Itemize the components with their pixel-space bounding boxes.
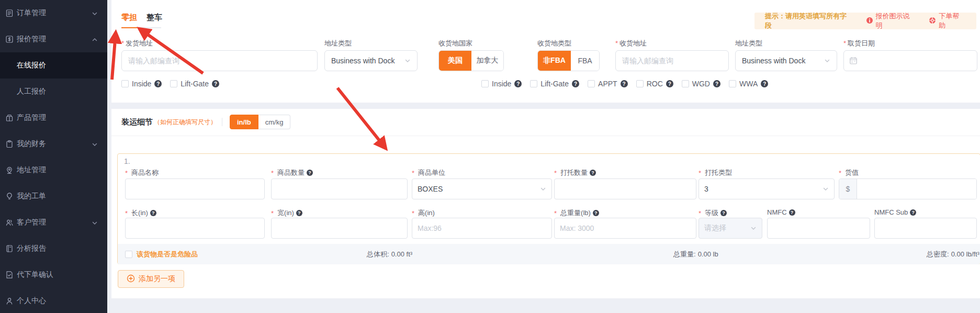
add-item-button[interactable]: 添加另一项 — [118, 270, 184, 288]
item-unit-select[interactable]: BOXES — [412, 178, 552, 199]
nmfc-sub-input[interactable] — [874, 218, 977, 239]
length-label: 长(in) — [125, 208, 156, 218]
sidebar-item-online-quote[interactable]: 在线报价 — [0, 52, 107, 79]
nmfc-label: NMFC — [767, 208, 795, 216]
total-density: 总密度:0.00 lb/ft³ — [927, 244, 979, 264]
help-icon[interactable] — [307, 170, 313, 176]
sidebar-item-order-confirm[interactable]: 代下单确认 — [0, 262, 107, 288]
sidebar-item-orders[interactable]: 订单管理 — [0, 0, 107, 26]
help-icon[interactable] — [212, 80, 219, 87]
tab-ftl[interactable]: 整车 — [147, 13, 162, 23]
pallet-type-value: 3 — [704, 185, 823, 193]
unit-imperial-button[interactable]: in/lb — [230, 115, 258, 129]
sidebar-item-quotes[interactable]: 报价管理 — [0, 26, 107, 52]
fba-button[interactable]: FBA — [571, 51, 599, 71]
inside-checkbox[interactable] — [121, 80, 129, 87]
chevron-down-icon — [823, 186, 829, 192]
help-icon[interactable] — [593, 210, 599, 216]
wwa-label: WWA — [739, 80, 758, 88]
divider — [111, 136, 980, 136]
unit-metric-button[interactable]: cm/kg — [258, 115, 291, 129]
item-unit-value: BOXES — [418, 185, 540, 193]
tip-text: 提示：请用英语填写所有字段 — [765, 12, 853, 30]
height-label: 高(in) — [412, 208, 435, 218]
help-icon[interactable] — [713, 80, 720, 87]
quote-legend-label: 报价图示说明 — [876, 12, 917, 30]
height-input[interactable] — [412, 218, 552, 239]
inside-checkbox[interactable] — [481, 80, 489, 87]
appt-checkbox[interactable] — [588, 80, 595, 87]
country-us-button[interactable]: 美国 — [439, 51, 471, 71]
sidebar-item-profile[interactable]: 个人中心 — [0, 288, 107, 313]
origin-address-input[interactable] — [121, 50, 318, 71]
info-icon — [866, 17, 873, 26]
sidebar-item-tickets[interactable]: 我的工单 — [0, 183, 107, 209]
lifebuoy-icon — [929, 17, 936, 26]
origin-type-select[interactable]: Business with Dock — [324, 50, 418, 71]
class-select[interactable]: 请选择 — [699, 218, 762, 239]
sidebar-item-addresses[interactable]: 地址管理 — [0, 157, 107, 183]
product-box-icon — [5, 114, 14, 122]
report-book-icon — [5, 244, 14, 253]
help-icon[interactable] — [910, 209, 916, 216]
liftgate-checkbox[interactable] — [170, 80, 177, 87]
dest-type-select[interactable]: Business with Dock — [735, 50, 837, 71]
wwa-checkbox[interactable] — [729, 80, 736, 87]
sidebar-item-manual-quote[interactable]: 人工报价 — [0, 79, 107, 105]
pallet-type-select[interactable]: 3 — [699, 178, 835, 199]
width-input[interactable] — [271, 218, 408, 239]
liftgate-checkbox[interactable] — [530, 80, 537, 87]
sidebar-item-reports[interactable]: 分析报告 — [0, 236, 107, 262]
calendar-icon — [849, 57, 858, 66]
help-icon[interactable] — [514, 80, 522, 87]
appt-label: APPT — [598, 80, 617, 88]
users-icon — [5, 218, 14, 227]
help-icon[interactable] — [666, 80, 673, 87]
weight-input[interactable] — [554, 218, 696, 239]
order-help-link[interactable]: 下单帮助 — [929, 12, 966, 30]
tab-active-underline — [121, 27, 137, 28]
cargo-value-input[interactable] — [857, 179, 976, 199]
size-help-link[interactable]: （如何正确填写尺寸） — [154, 118, 217, 127]
help-icon[interactable] — [296, 210, 302, 216]
help-icon[interactable] — [590, 170, 596, 176]
help-icon[interactable] — [150, 210, 156, 216]
sidebar-item-finance[interactable]: 我的财务 — [0, 131, 107, 157]
help-icon[interactable] — [720, 210, 727, 216]
pickup-date-label: 取货日期 — [843, 39, 875, 48]
origin-inside-option: Inside — [121, 80, 162, 88]
chevron-down-icon — [92, 219, 98, 228]
quote-legend-link[interactable]: 报价图示说明 — [866, 12, 917, 30]
dest-accessorials: Inside Lift-Gate APPT ROC WGD — [481, 80, 768, 88]
sidebar-item-customers[interactable]: 客户管理 — [0, 209, 107, 236]
sidebar-item-products[interactable]: 产品管理 — [0, 105, 107, 131]
tip-banner: 提示：请用英语填写所有字段 报价图示说明 下单帮助 — [754, 13, 976, 29]
non-fba-button[interactable]: 非FBA — [538, 51, 571, 71]
help-icon[interactable] — [154, 80, 162, 87]
item-name-label: 商品名称 — [125, 168, 159, 177]
sidebar-item-label: 在线报价 — [17, 61, 46, 70]
help-icon[interactable] — [789, 209, 795, 216]
hazard-checkbox[interactable] — [125, 251, 132, 258]
pickup-date-input[interactable] — [843, 50, 977, 71]
dest-address-input[interactable] — [615, 50, 729, 71]
circle-plus-icon — [127, 274, 135, 284]
help-icon[interactable] — [621, 80, 628, 87]
roc-checkbox[interactable] — [636, 80, 644, 87]
dest-appt-option: APPT — [588, 80, 628, 88]
dest-roc-option: ROC — [636, 80, 673, 88]
country-ca-button[interactable]: 加拿大 — [471, 51, 503, 71]
help-icon[interactable] — [572, 80, 579, 87]
tab-ltl[interactable]: 零担 — [121, 13, 137, 23]
chevron-down-icon — [92, 10, 98, 18]
item-name-input[interactable] — [125, 178, 265, 199]
length-input[interactable] — [125, 218, 265, 239]
help-icon[interactable] — [761, 80, 768, 87]
liftgate-label: Lift-Gate — [181, 80, 209, 88]
sidebar-item-label: 产品管理 — [17, 113, 46, 122]
wgd-checkbox[interactable] — [682, 80, 689, 87]
chevron-down-icon — [92, 141, 98, 149]
item-qty-input[interactable] — [271, 178, 408, 199]
nmfc-input[interactable] — [767, 218, 870, 239]
pallet-qty-input[interactable] — [554, 178, 696, 199]
